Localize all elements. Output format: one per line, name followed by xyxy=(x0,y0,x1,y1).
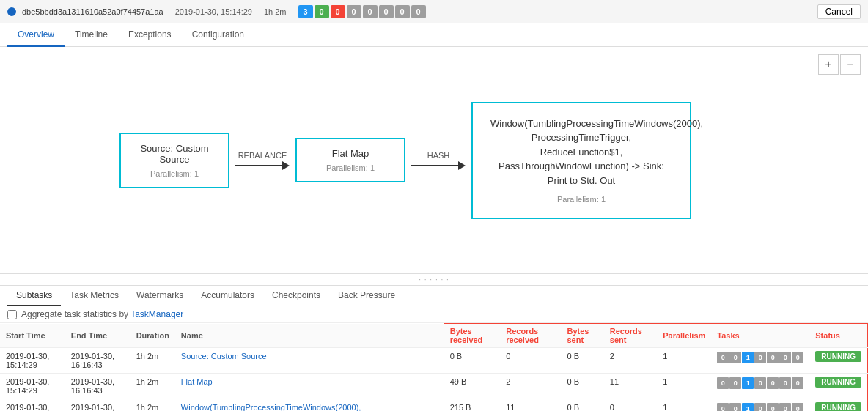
cell-end-time: 2019-01-30, 16:16:43 xyxy=(65,348,130,374)
tab-configuration[interactable]: Configuration xyxy=(182,23,254,47)
col-name: Name xyxy=(175,324,444,348)
task-badge-4: 0 xyxy=(767,403,779,411)
job-timestamp: 2019-01-30, 15:14:29 xyxy=(175,7,252,16)
task-badge-3: 0 xyxy=(754,403,766,411)
source-node-title: Source: Custom Source xyxy=(136,143,213,165)
source-node-subtitle: Parallelism: 1 xyxy=(136,169,213,178)
cancel-button[interactable]: Cancel xyxy=(817,4,861,19)
flatmap-node-title: Flat Map xyxy=(312,148,389,159)
cell-tasks: 0 0 1 0 0 0 0 xyxy=(711,374,809,399)
sub-tab-back-pressure[interactable]: Back Pressure xyxy=(329,286,404,306)
arrow-rebalance-label: REBALANCE xyxy=(238,151,287,160)
col-records-sent: Records sent xyxy=(604,324,657,348)
arrow-head xyxy=(282,161,290,170)
taskmanager-link[interactable]: TaskManager xyxy=(130,309,183,319)
cell-end-time: 2019-01-30, 16:16:43 xyxy=(65,374,130,399)
col-tasks: Tasks xyxy=(711,324,809,348)
flow-diagram: Source: Custom Source Parallelism: 1 REB… xyxy=(119,102,691,219)
task-badge-4: 0 xyxy=(767,377,779,389)
table-row: 2019-01-30, 15:14:29 2019-01-30, 16:16:4… xyxy=(0,374,868,399)
task-badge-5: 0 xyxy=(779,403,791,411)
col-parallelism: Parallelism xyxy=(657,324,711,348)
flatmap-node-subtitle: Parallelism: 1 xyxy=(312,163,389,172)
cell-bytes-received: 215 B xyxy=(444,399,500,412)
badge-scheduled: 0 xyxy=(395,5,410,18)
sub-tab-task-metrics[interactable]: Task Metrics xyxy=(61,286,128,306)
cell-duration: 1h 2m xyxy=(130,399,175,412)
cell-records-sent: 11 xyxy=(604,374,657,399)
cell-status: RUNNING xyxy=(809,399,867,412)
sub-tab-accumulators[interactable]: Accumulators xyxy=(192,286,263,306)
cell-duration: 1h 2m xyxy=(130,348,175,374)
arrow-hash: HASH xyxy=(405,151,471,170)
window-node-title: Window(TumblingProcessingTimeWindows(200… xyxy=(490,116,672,188)
cell-bytes-sent: 0 B xyxy=(562,374,604,399)
task-badge-1: 0 xyxy=(729,377,741,389)
window-node[interactable]: Window(TumblingProcessingTimeWindows(200… xyxy=(471,102,691,219)
zoom-out-button[interactable]: − xyxy=(840,54,861,75)
task-badge-3: 0 xyxy=(754,377,766,389)
sub-tab-subtasks[interactable]: Subtasks xyxy=(7,286,61,306)
cell-status: RUNNING xyxy=(809,374,867,399)
source-node[interactable]: Source: Custom Source Parallelism: 1 xyxy=(119,133,229,188)
tab-exceptions[interactable]: Exceptions xyxy=(118,23,182,47)
arrow-hash-label: HASH xyxy=(427,151,450,160)
tab-overview[interactable]: Overview xyxy=(7,23,65,47)
cell-duration: 1h 2m xyxy=(130,374,175,399)
task-badge-0: 0 xyxy=(717,377,729,389)
cell-name[interactable]: Flat Map xyxy=(175,374,444,399)
col-bytes-sent: Bytes sent xyxy=(562,324,604,348)
badge-finished: 0 xyxy=(363,5,378,18)
job-status-badges: 3 0 0 0 0 0 0 0 xyxy=(298,5,426,18)
badge-created: 0 xyxy=(411,5,426,18)
table-container: Start Time End Time Duration Name Bytes … xyxy=(0,323,868,411)
task-badge-6: 0 xyxy=(792,352,803,363)
arrow-rebalance: REBALANCE xyxy=(229,151,295,170)
task-badge-3: 0 xyxy=(754,352,766,363)
cell-records-sent: 0 xyxy=(604,399,657,412)
main-tabs: Overview Timeline Exceptions Configurati… xyxy=(0,23,868,47)
flatmap-node[interactable]: Flat Map Parallelism: 1 xyxy=(295,138,405,182)
sub-tab-checkpoints[interactable]: Checkpoints xyxy=(263,286,329,306)
cell-start-time: 2019-01-30, 15:14:29 xyxy=(0,374,65,399)
arrow-head-2 xyxy=(458,161,466,170)
task-badge-0: 0 xyxy=(717,352,729,363)
cell-status: RUNNING xyxy=(809,348,867,374)
badge-running: 0 xyxy=(315,5,329,18)
task-badge-6: 0 xyxy=(792,377,803,389)
arrow-shaft xyxy=(235,165,282,166)
status-badge: RUNNING xyxy=(815,351,861,362)
task-badge-4: 0 xyxy=(767,352,779,363)
drag-handle[interactable]: · · · · · · xyxy=(0,274,868,286)
bottom-panel: Subtasks Task Metrics Watermarks Accumul… xyxy=(0,286,868,411)
cell-records-sent: 2 xyxy=(604,348,657,374)
badge-deploying: 0 xyxy=(379,5,394,18)
cell-parallelism: 1 xyxy=(657,348,711,374)
task-badge-6: 0 xyxy=(792,403,803,411)
task-badge-2: 1 xyxy=(742,403,754,411)
job-status-dot xyxy=(7,7,16,16)
cell-start-time: 2019-01-30, 15:14:29 xyxy=(0,399,65,412)
job-id: dbe5bbdd3a1311610a52a0f74457a1aa xyxy=(22,7,163,16)
zoom-in-button[interactable]: + xyxy=(818,54,839,75)
cell-tasks: 0 0 1 0 0 0 0 xyxy=(711,348,809,374)
col-records-received: Records received xyxy=(500,324,561,348)
task-badge-2: 1 xyxy=(742,377,754,389)
aggregate-checkbox[interactable] xyxy=(7,310,17,319)
cell-name[interactable]: Window(TumblingProcessingTimeWindows(200… xyxy=(175,399,444,412)
status-badge: RUNNING xyxy=(815,377,861,388)
task-badge-5: 0 xyxy=(779,352,791,363)
cell-records-received: 11 xyxy=(500,399,561,412)
cell-name[interactable]: Source: Custom Source xyxy=(175,348,444,374)
cell-records-received: 2 xyxy=(500,374,561,399)
task-badge-0: 0 xyxy=(717,403,729,411)
tab-timeline[interactable]: Timeline xyxy=(65,23,118,47)
arrow-hash-line xyxy=(411,161,466,170)
sub-tabs: Subtasks Task Metrics Watermarks Accumul… xyxy=(0,286,868,306)
header: dbe5bbdd3a1311610a52a0f74457a1aa 2019-01… xyxy=(0,0,868,23)
cell-tasks: 0 0 1 0 0 0 0 xyxy=(711,399,809,412)
sub-tab-watermarks[interactable]: Watermarks xyxy=(128,286,192,306)
task-badge-1: 0 xyxy=(729,352,741,363)
arrow-shaft-2 xyxy=(411,165,458,166)
job-duration: 1h 2m xyxy=(264,7,287,16)
